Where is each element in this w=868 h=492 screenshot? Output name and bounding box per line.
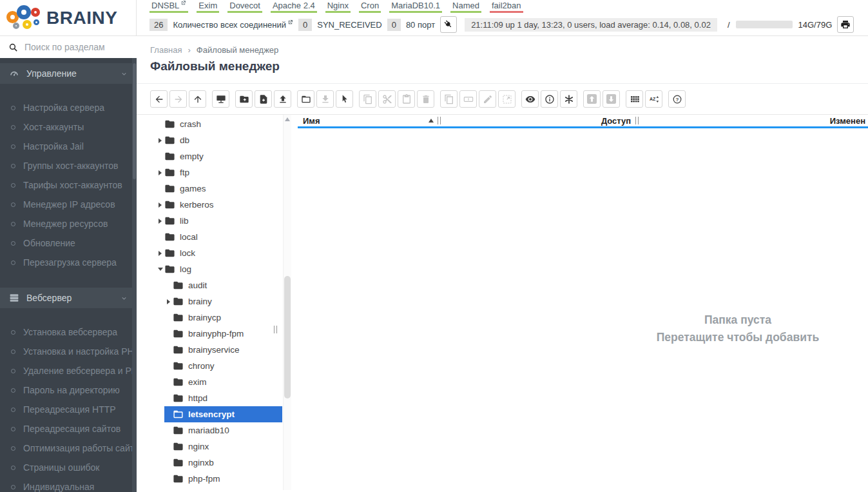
tree-item-log[interactable]: log: [156, 261, 282, 277]
download-button[interactable]: [316, 90, 334, 108]
nav-link-dnsbl[interactable]: DNSBL: [149, 0, 188, 13]
tree-scrollbar-thumb[interactable]: [284, 276, 291, 399]
sidebar-item[interactable]: Хост-аккаунты: [0, 117, 137, 137]
column-header-access[interactable]: Доступ: [441, 116, 799, 126]
sidebar-item[interactable]: Установка и настройка PHP: [0, 342, 137, 361]
expand-arrow-icon[interactable]: [167, 299, 170, 304]
archive-button[interactable]: [583, 90, 601, 108]
panel-resize-grip[interactable]: [274, 324, 277, 336]
sidebar-item[interactable]: Настройка сервера: [0, 98, 137, 117]
permissions-button[interactable]: [560, 90, 577, 108]
tree-item-empty[interactable]: empty: [156, 148, 282, 164]
tree-item-nginxb[interactable]: nginxb: [164, 455, 282, 471]
upload-button[interactable]: [274, 90, 291, 108]
home-directory-button[interactable]: [212, 90, 229, 108]
open-folder-button[interactable]: [297, 90, 314, 108]
sidebar-item[interactable]: Установка вебсервера: [0, 322, 137, 342]
connections-button[interactable]: [440, 16, 457, 33]
nav-link-cron[interactable]: Cron: [359, 0, 381, 13]
paste-button[interactable]: [398, 90, 415, 108]
delete-button[interactable]: [417, 90, 434, 108]
tree-item-games[interactable]: games: [156, 181, 282, 197]
scroll-up-icon[interactable]: [285, 117, 290, 121]
sidebar-item[interactable]: Страницы ошибок: [0, 458, 137, 477]
tree-item-php-fpm[interactable]: php-fpm: [164, 471, 282, 487]
copy-button[interactable]: [359, 90, 376, 108]
tree-item-lock[interactable]: lock: [156, 245, 282, 261]
nav-link-apache-2-4[interactable]: Apache 2.4: [271, 0, 317, 13]
tree-item-brainy[interactable]: brainy: [164, 293, 282, 310]
column-header-name[interactable]: Имя: [298, 116, 441, 126]
tree-item-crash[interactable]: crash: [156, 116, 282, 132]
tree-item-nginx[interactable]: nginx: [164, 438, 282, 455]
sidebar-item[interactable]: Группы хост-аккаунтов: [0, 156, 137, 175]
tree-item-exim[interactable]: exim: [164, 374, 282, 390]
info-button[interactable]: [541, 90, 558, 108]
tree-item-brainyservice[interactable]: brainyservice: [164, 342, 282, 358]
column-header-modified[interactable]: Изменен: [799, 116, 868, 126]
tree-item-local[interactable]: local: [156, 229, 282, 245]
tree-scrollbar[interactable]: [283, 115, 291, 490]
nav-link-mariadb10-1[interactable]: MariaDB10.1: [389, 0, 442, 13]
sidebar-item[interactable]: Менеджер ресурсов: [0, 214, 137, 233]
preview-button[interactable]: [521, 90, 539, 108]
print-button[interactable]: [837, 16, 854, 33]
sidebar-item[interactable]: Переадресация HTTP: [0, 400, 137, 419]
tree-item-httpd[interactable]: httpd: [164, 390, 282, 406]
sidebar-item[interactable]: Обновление: [0, 233, 137, 253]
expand-arrow-icon[interactable]: [159, 251, 162, 256]
nav-link-exim[interactable]: Exim: [197, 0, 219, 13]
sidebar-item[interactable]: Удаление вебсервера и PHP: [0, 361, 137, 380]
breadcrumb-home[interactable]: Главная: [150, 45, 182, 55]
sidebar-item[interactable]: Пароль на директорию: [0, 380, 137, 400]
extract-button[interactable]: [498, 90, 516, 108]
help-button[interactable]: ?: [668, 90, 686, 108]
tree-item-brainyphp-fpm[interactable]: brainyphp-fpm: [164, 326, 282, 342]
nav-link-fail2ban[interactable]: fail2ban: [490, 0, 523, 13]
forward-button[interactable]: [169, 90, 187, 108]
tree-item-audit[interactable]: audit: [164, 277, 282, 293]
sidebar-item[interactable]: Индивидуальная: [0, 477, 137, 492]
sidebar-item[interactable]: Оптимизация работы сайта: [0, 438, 137, 458]
search-input[interactable]: [24, 42, 121, 52]
new-file-button[interactable]: [255, 90, 272, 108]
sidebar-item[interactable]: Тарифы хост-аккаунтов: [0, 175, 137, 195]
edit-button[interactable]: [479, 90, 496, 108]
tree-item-lib[interactable]: lib: [156, 213, 282, 229]
duplicate-button[interactable]: [440, 90, 458, 108]
nav-link-dovecot[interactable]: Dovecot: [227, 0, 262, 13]
up-button[interactable]: [189, 90, 206, 108]
tree-item-letsencrypt[interactable]: letsencrypt: [164, 406, 282, 422]
tree-item-ftp[interactable]: ftp: [156, 164, 282, 181]
sidebar-section-webserver[interactable]: Вебсервер: [0, 288, 137, 308]
sidebar-section-management[interactable]: Управление: [0, 63, 137, 84]
unarchive-button[interactable]: [603, 90, 620, 108]
tree-item-db[interactable]: db: [156, 132, 282, 148]
expand-arrow-icon[interactable]: [159, 138, 162, 143]
select-button[interactable]: [336, 90, 353, 108]
tree-item-mariadb10[interactable]: mariadb10: [164, 422, 282, 438]
new-folder-button[interactable]: [235, 90, 253, 108]
sort-button[interactable]: AZ: [645, 90, 662, 108]
logo[interactable]: BRAINY: [0, 0, 137, 35]
nav-link-nginx[interactable]: Nginx: [325, 0, 351, 13]
expand-arrow-icon[interactable]: [159, 202, 162, 208]
tree-item-php71-fpm[interactable]: php71-fpm: [164, 487, 282, 490]
sidebar-item[interactable]: Менеджер IP адресов: [0, 195, 137, 214]
tree-item-kerberos[interactable]: kerberos: [156, 197, 282, 213]
sidebar-item[interactable]: Переадресация сайтов: [0, 419, 137, 438]
sidebar-item[interactable]: Перезагрузка сервера: [0, 253, 137, 272]
expand-arrow-icon[interactable]: [159, 170, 162, 175]
rename-button[interactable]: [459, 90, 477, 108]
stat-label[interactable]: Количество всех соединений: [173, 20, 293, 30]
sidebar-item[interactable]: Настройка Jail: [0, 137, 137, 156]
tree-item-chrony[interactable]: chrony: [164, 358, 282, 374]
tree-item-brainycp[interactable]: brainycp: [164, 310, 282, 326]
view-grid-button[interactable]: [626, 90, 643, 108]
sidebar-scrollbar[interactable]: [132, 58, 137, 492]
column-resize-grip-access[interactable]: [635, 117, 639, 124]
collapse-arrow-icon[interactable]: [158, 268, 163, 271]
expand-arrow-icon[interactable]: [159, 219, 162, 224]
nav-link-named[interactable]: Named: [450, 0, 481, 13]
back-button[interactable]: [150, 90, 168, 108]
